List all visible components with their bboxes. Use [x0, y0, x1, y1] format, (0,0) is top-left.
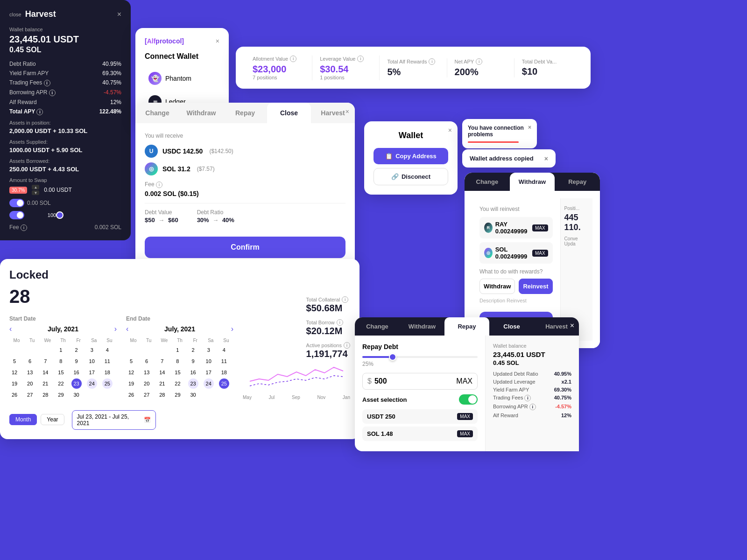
- amount-input-field[interactable]: $ 500 MAX: [362, 373, 478, 390]
- main-confirm-button[interactable]: Confirm: [145, 237, 345, 258]
- cal-day[interactable]: 3: [87, 345, 97, 355]
- cal-day[interactable]: 17: [87, 367, 97, 378]
- cal-day[interactable]: 15: [172, 367, 183, 378]
- cal-day[interactable]: 12: [126, 367, 136, 378]
- cal-day-range[interactable]: 24: [204, 378, 214, 389]
- cal-day[interactable]: 11: [219, 356, 229, 366]
- reinvest-reward-btn[interactable]: Reinvest: [519, 279, 552, 294]
- cal-day[interactable]: 14: [157, 367, 167, 378]
- connect-wallet-close[interactable]: ×: [216, 38, 219, 44]
- arrow-down-btn[interactable]: ▼: [32, 190, 39, 195]
- asset-selection-toggle[interactable]: [459, 394, 478, 405]
- cal-day[interactable]: 6: [141, 356, 152, 366]
- cal-day[interactable]: 22: [172, 378, 183, 389]
- info-icon[interactable]: i: [36, 109, 43, 115]
- cal-day[interactable]: 4: [102, 345, 113, 355]
- cal-day[interactable]: 16: [188, 367, 198, 378]
- cal-day[interactable]: 30: [188, 390, 198, 400]
- sol-max-btn[interactable]: MAX: [457, 430, 473, 437]
- amount-max-btn[interactable]: MAX: [456, 377, 472, 385]
- info-icon[interactable]: i: [49, 90, 56, 96]
- cal-day[interactable]: 7: [157, 356, 167, 366]
- toggle-percent[interactable]: [9, 211, 24, 219]
- toggle-swap[interactable]: [9, 199, 24, 207]
- cal-day[interactable]: [25, 345, 35, 355]
- cal-day[interactable]: [141, 345, 152, 355]
- phantom-option[interactable]: 👻 Phantom: [145, 68, 219, 89]
- cal-day[interactable]: 26: [9, 390, 20, 400]
- cal-day[interactable]: 19: [9, 378, 20, 389]
- repay-tab-change[interactable]: Change: [355, 317, 400, 336]
- cal-day[interactable]: 9: [71, 356, 82, 366]
- year-period-btn[interactable]: Year: [41, 414, 64, 425]
- cal-day[interactable]: 1: [172, 345, 183, 355]
- info-icon[interactable]: i: [429, 58, 435, 65]
- cal-day[interactable]: 30: [71, 390, 82, 400]
- cal-day[interactable]: 1: [56, 345, 66, 355]
- main-modal-close[interactable]: ×: [345, 108, 349, 115]
- info-icon[interactable]: i: [529, 404, 536, 410]
- cal-day[interactable]: 8: [56, 356, 66, 366]
- cal-day[interactable]: 19: [126, 378, 136, 389]
- cal-day-selected[interactable]: 23: [71, 378, 82, 389]
- cal-day-range[interactable]: 23: [188, 378, 198, 389]
- wallet-copied-close[interactable]: ×: [544, 155, 548, 162]
- tab-close[interactable]: Close: [267, 103, 311, 123]
- cal-day-range[interactable]: 25: [102, 378, 113, 389]
- slider-thumb[interactable]: [389, 353, 396, 361]
- cal-day[interactable]: 28: [157, 390, 167, 400]
- right-tab-change[interactable]: Change: [465, 173, 510, 191]
- cal-day-selected[interactable]: 25: [219, 378, 229, 389]
- right-tab-repay[interactable]: Repay: [555, 173, 600, 191]
- cal-day[interactable]: 13: [25, 367, 35, 378]
- harvest-panel-close[interactable]: ×: [117, 11, 121, 18]
- cal-day[interactable]: 28: [40, 390, 50, 400]
- cal-day[interactable]: 29: [172, 390, 183, 400]
- cal-day[interactable]: 11: [102, 356, 113, 366]
- cal-day[interactable]: 21: [157, 378, 167, 389]
- cal-day[interactable]: 6: [25, 356, 35, 366]
- info-icon[interactable]: i: [21, 224, 27, 231]
- cal-day[interactable]: 2: [188, 345, 198, 355]
- cal-day[interactable]: 10: [204, 356, 214, 366]
- cal-day[interactable]: 22: [56, 378, 66, 389]
- slider-thumb[interactable]: [56, 211, 63, 219]
- cal-day[interactable]: 5: [9, 356, 20, 366]
- arrow-up-btn[interactable]: ▲: [32, 185, 39, 189]
- info-icon[interactable]: i: [44, 80, 50, 86]
- cal-day[interactable]: 29: [56, 390, 66, 400]
- info-icon[interactable]: i: [476, 58, 482, 65]
- cal-day[interactable]: [9, 345, 20, 355]
- tab-repay[interactable]: Repay: [223, 103, 267, 123]
- cal-day[interactable]: [126, 345, 136, 355]
- cal-day[interactable]: 3: [204, 345, 214, 355]
- end-prev-btn[interactable]: ‹: [126, 325, 128, 333]
- cal-day[interactable]: 5: [126, 356, 136, 366]
- withdraw-reward-btn[interactable]: Withdraw: [479, 279, 515, 294]
- disconnect-button[interactable]: 🔗 Disconect: [374, 168, 448, 185]
- repay-tab-repay[interactable]: Repay: [444, 317, 489, 336]
- cal-day[interactable]: 14: [40, 367, 50, 378]
- tab-withdraw[interactable]: Withdraw: [179, 103, 223, 123]
- cal-day[interactable]: 27: [141, 390, 152, 400]
- cal-day[interactable]: 20: [141, 378, 152, 389]
- cal-day[interactable]: 12: [9, 367, 20, 378]
- repay-panel-close[interactable]: ×: [570, 322, 574, 329]
- date-range-input[interactable]: Jul 23, 2021 - Jul 25, 2021 📅: [72, 410, 156, 430]
- cal-day[interactable]: [157, 345, 167, 355]
- info-icon[interactable]: i: [357, 56, 364, 62]
- cal-day[interactable]: 2: [71, 345, 82, 355]
- cal-day[interactable]: 18: [219, 367, 229, 378]
- cal-day-range[interactable]: 24: [87, 378, 97, 389]
- month-period-btn[interactable]: Month: [9, 414, 37, 425]
- info-icon[interactable]: i: [342, 296, 348, 303]
- tab-change[interactable]: Change: [135, 103, 179, 123]
- end-next-btn[interactable]: ›: [231, 325, 233, 333]
- info-icon[interactable]: i: [524, 395, 531, 401]
- cal-day[interactable]: 8: [172, 356, 183, 366]
- right-tab-withdraw[interactable]: Withdraw: [510, 173, 555, 191]
- ray-max-btn[interactable]: MAX: [532, 224, 548, 231]
- repay-tab-close[interactable]: Close: [489, 317, 534, 336]
- cal-day[interactable]: 21: [40, 378, 50, 389]
- cal-day[interactable]: 18: [102, 367, 113, 378]
